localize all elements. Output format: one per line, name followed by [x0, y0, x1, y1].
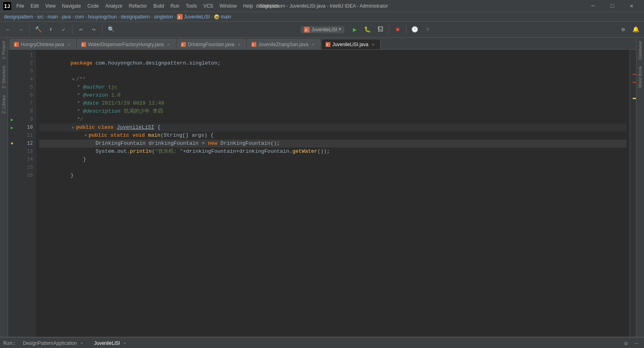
- wordbook-panel-label[interactable]: Word Book: [636, 63, 644, 91]
- run-tab-label-0: DesignPatternApplication: [23, 340, 77, 346]
- vcs-branch-button[interactable]: ⑂: [422, 24, 433, 35]
- tab-close-1[interactable]: ×: [166, 42, 171, 47]
- svg-text:J: J: [252, 43, 254, 47]
- menu-analyze[interactable]: Analyze: [103, 2, 125, 10]
- tab-close-2[interactable]: ×: [236, 42, 242, 47]
- structure-panel-label[interactable]: 2: Structure: [0, 63, 8, 92]
- breadcrumb-item-7[interactable]: singleton: [154, 14, 173, 20]
- fold-icon-10[interactable]: ▼: [83, 133, 89, 139]
- breadcrumb-item-4[interactable]: com: [75, 14, 84, 20]
- right-scrollbar[interactable]: [630, 50, 636, 337]
- database-panel-label[interactable]: Database: [636, 38, 644, 63]
- line-num-2: 2: [16, 59, 36, 67]
- run-configuration[interactable]: J JuvenileLiSI ▼: [301, 26, 344, 33]
- right-panel: Database Word Book: [636, 38, 644, 337]
- tab-close-3[interactable]: ×: [310, 42, 316, 47]
- run-settings-button[interactable]: ⚙: [622, 339, 630, 348]
- ide-settings-button[interactable]: ⚙: [618, 24, 629, 35]
- line-num-16: 16: [16, 172, 36, 180]
- debug-button[interactable]: 🐛: [362, 24, 373, 35]
- breadcrumb-item-5[interactable]: houyongchun: [88, 14, 117, 20]
- warn-marker: [633, 98, 636, 99]
- maximize-button[interactable]: □: [603, 1, 622, 11]
- run-tab-close-0[interactable]: ×: [79, 340, 85, 346]
- code-line-14: [39, 156, 626, 164]
- library-panel-label[interactable]: Z: Library: [0, 92, 8, 117]
- back-button[interactable]: ←: [2, 24, 14, 35]
- gutter-run-9[interactable]: ▶: [8, 115, 16, 123]
- notifications-button[interactable]: 🔔: [630, 24, 642, 35]
- menu-tools[interactable]: Tools: [183, 2, 200, 10]
- gutter-run-10[interactable]: ▶: [8, 123, 16, 132]
- forward-button[interactable]: →: [15, 24, 26, 35]
- code-content[interactable]: package com.houyongchun.designpattern.si…: [36, 50, 630, 337]
- tab-2[interactable]: J DrinkingFountain.java ×: [177, 39, 246, 49]
- menu-code[interactable]: Code: [85, 2, 102, 10]
- code-editor[interactable]: ▶ ▶ ● 1 2 3 4 5 6 7 8 9 10 11: [8, 50, 636, 337]
- toolbar-separator: [29, 25, 30, 34]
- svg-text:J: J: [82, 43, 83, 47]
- svg-text:J: J: [305, 28, 307, 32]
- breadcrumb-item-3[interactable]: java: [62, 14, 71, 20]
- svg-text:m: m: [215, 15, 219, 19]
- error-marker-1: [633, 74, 636, 75]
- run-with-coverage-button[interactable]: ⛾: [375, 24, 386, 35]
- breadcrumb: designpattern › src › main › java › com …: [0, 12, 644, 22]
- breadcrumb-item-1[interactable]: src: [37, 14, 44, 20]
- gutter-3: [8, 67, 16, 75]
- line-num-4: 4: [16, 75, 36, 83]
- close-button[interactable]: ✕: [622, 1, 641, 11]
- menu-refactor[interactable]: Refactor: [126, 2, 150, 10]
- svg-text:IJ: IJ: [4, 4, 10, 10]
- search-button[interactable]: 🔍: [105, 24, 117, 35]
- line-numbers: 1 2 3 4 5 6 7 8 9 10 11 12 13 14 15 16: [16, 50, 36, 337]
- menu-view[interactable]: View: [42, 2, 58, 10]
- code-line-3: ▼/**: [39, 67, 626, 75]
- tab-4[interactable]: J JuvenileLiSI.java ×: [321, 39, 380, 49]
- menu-help[interactable]: Help: [240, 2, 256, 10]
- vcs-update-button[interactable]: ⬇: [45, 24, 56, 35]
- breadcrumb-item-9[interactable]: m main: [214, 14, 231, 20]
- vcs-commit-button[interactable]: ✓: [58, 24, 69, 35]
- tab-label-4: JuvenileLiSI.java: [332, 42, 368, 47]
- toolbar-separator-2: [72, 25, 72, 34]
- minimize-button[interactable]: ─: [584, 1, 602, 11]
- toolbar-separator-5: [406, 25, 407, 34]
- breadcrumb-item-6[interactable]: designpattern: [121, 14, 150, 20]
- run-minimize-button[interactable]: ─: [632, 339, 641, 348]
- breadcrumb-item-0[interactable]: designpattern: [4, 14, 33, 20]
- menu-file[interactable]: File: [14, 2, 27, 10]
- breadcrumb-item-2[interactable]: main: [48, 14, 58, 20]
- tab-close-0[interactable]: ×: [66, 42, 72, 47]
- toolbar: ← → 🔨 ⬇ ✓ ↩ ↪ 🔍 J JuvenileLiSI ▼ ▶ 🐛 ⛾ ■…: [0, 22, 644, 38]
- tab-0[interactable]: J HungryChinese.java ×: [10, 39, 76, 49]
- run-button[interactable]: ▶: [349, 24, 360, 35]
- menu-edit[interactable]: Edit: [28, 2, 42, 10]
- undo-button[interactable]: ↩: [75, 24, 87, 35]
- redo-button[interactable]: ↪: [88, 24, 99, 35]
- run-tab-1[interactable]: JuvenileLiSI ×: [89, 338, 133, 348]
- menu-run[interactable]: Run: [168, 2, 182, 10]
- build-button[interactable]: 🔨: [32, 24, 44, 35]
- menu-vcs[interactable]: VCS: [201, 2, 216, 10]
- line-num-9: 9: [16, 115, 36, 123]
- stop-button[interactable]: ■: [392, 24, 403, 35]
- window-controls: ─ □ ✕: [584, 1, 641, 11]
- menu-navigate[interactable]: Navigate: [59, 2, 84, 10]
- tab-1[interactable]: J WaterDispenserFactoryHungry.java ×: [77, 39, 176, 49]
- tab-3[interactable]: J JuvenileZhangSan.java ×: [247, 39, 320, 49]
- fold-icon-9[interactable]: ▶: [70, 125, 76, 131]
- run-tab-close-1[interactable]: ×: [122, 340, 128, 346]
- tab-label-1: WaterDispenserFactoryHungry.java: [88, 42, 164, 47]
- vcs-log-button[interactable]: 🕐: [409, 24, 421, 35]
- project-panel-label[interactable]: 1: Project: [0, 38, 8, 63]
- gutter-16: [8, 172, 16, 180]
- run-tab-0[interactable]: DesignPatternApplication ×: [18, 338, 89, 348]
- fold-icon-3[interactable]: ▼: [70, 77, 76, 83]
- tab-close-4[interactable]: ×: [370, 42, 376, 47]
- menu-build[interactable]: Build: [151, 2, 167, 10]
- breadcrumb-item-8[interactable]: J JuvenileLiSI: [177, 14, 210, 20]
- line-num-13: 13: [16, 148, 36, 156]
- left-panel: 1: Project 2: Structure Z: Library: [0, 38, 8, 337]
- menu-window[interactable]: Window: [217, 2, 239, 10]
